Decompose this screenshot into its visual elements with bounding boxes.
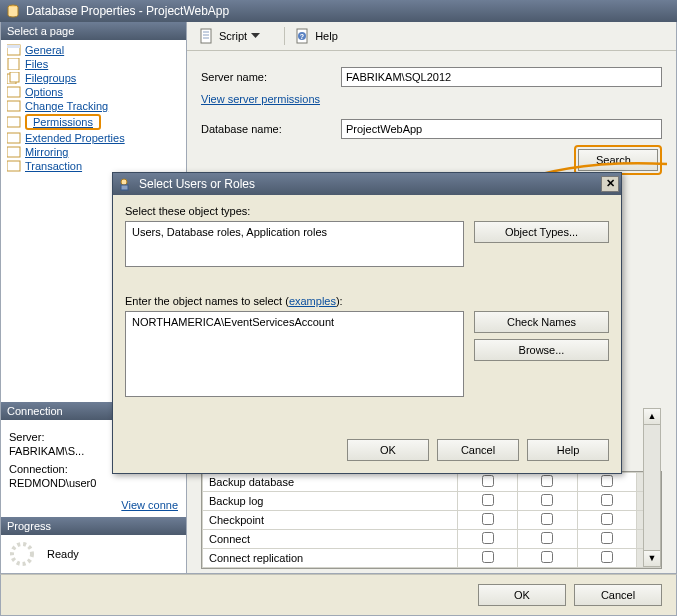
table-row[interactable]: Connect — [203, 530, 661, 549]
deny-checkbox[interactable] — [601, 532, 613, 544]
window-titlebar: Database Properties - ProjectWebApp — [0, 0, 677, 22]
dialog-help-button[interactable]: Help — [527, 439, 609, 461]
dialog-ok-button[interactable]: OK — [347, 439, 429, 461]
svg-text:?: ? — [300, 33, 304, 40]
svg-point-17 — [121, 179, 127, 185]
view-server-permissions-link[interactable]: View server permissions — [201, 93, 320, 105]
svg-rect-9 — [7, 133, 20, 143]
scrollbar-vertical[interactable]: ▲ ▼ — [643, 408, 661, 567]
table-row[interactable]: Checkpoint — [203, 511, 661, 530]
svg-rect-13 — [201, 29, 211, 43]
search-button-highlight: Search... — [574, 145, 662, 175]
db-name-input[interactable] — [341, 119, 662, 139]
nav-change-tracking[interactable]: Change Tracking — [1, 99, 186, 113]
server-name-label: Server name: — [201, 71, 341, 83]
withgrant-checkbox[interactable] — [541, 551, 553, 563]
nav-files[interactable]: Files — [1, 57, 186, 71]
svg-rect-2 — [7, 45, 20, 48]
object-types-label: Select these object types: — [125, 205, 609, 217]
permissions-table: Backup database Backup log Checkpoint Co… — [201, 471, 662, 569]
cancel-button[interactable]: Cancel — [574, 584, 662, 606]
object-types-button[interactable]: Object Types... — [474, 221, 609, 243]
view-connection-link[interactable]: View conne — [9, 499, 178, 511]
scroll-up-icon[interactable]: ▲ — [644, 409, 660, 425]
scroll-down-icon[interactable]: ▼ — [644, 550, 660, 566]
help-button[interactable]: ? Help — [291, 27, 342, 45]
svg-rect-8 — [7, 117, 20, 127]
table-row[interactable]: Backup database — [203, 473, 661, 492]
svg-rect-5 — [10, 72, 19, 82]
toolbar-separator — [284, 27, 285, 45]
svg-rect-11 — [7, 161, 20, 171]
object-types-box: Users, Database roles, Application roles — [125, 221, 464, 267]
nav-permissions[interactable]: Permissions — [1, 113, 186, 131]
grant-checkbox[interactable] — [482, 475, 494, 487]
progress-text: Ready — [47, 548, 79, 560]
svg-point-12 — [12, 544, 32, 564]
browse-button[interactable]: Browse... — [474, 339, 609, 361]
select-users-dialog: Select Users or Roles ✕ Select these obj… — [112, 172, 622, 474]
progress-header: Progress — [1, 517, 186, 535]
table-row[interactable]: Connect replication▼ — [203, 549, 661, 568]
dialog-cancel-button[interactable]: Cancel — [437, 439, 519, 461]
table-row[interactable]: Backup log — [203, 492, 661, 511]
dropdown-icon — [251, 33, 260, 39]
dialog-title: Select Users or Roles — [139, 177, 255, 191]
grant-checkbox[interactable] — [482, 532, 494, 544]
progress-body: Ready — [1, 535, 186, 573]
select-page-header: Select a page — [1, 22, 186, 40]
svg-rect-7 — [7, 101, 20, 111]
withgrant-checkbox[interactable] — [541, 475, 553, 487]
progress-ring-icon — [9, 541, 35, 567]
server-name-input[interactable] — [341, 67, 662, 87]
help-icon: ? — [295, 28, 311, 44]
window-button-bar: OK Cancel — [0, 574, 677, 616]
deny-checkbox[interactable] — [601, 513, 613, 525]
svg-rect-6 — [7, 87, 20, 97]
examples-link[interactable]: examples — [289, 295, 336, 307]
script-button[interactable]: Script — [195, 27, 268, 45]
search-button[interactable]: Search... — [578, 149, 658, 171]
script-icon — [199, 28, 215, 44]
nav-filegroups[interactable]: Filegroups — [1, 71, 186, 85]
object-names-label: Enter the object names to select (exampl… — [125, 295, 609, 307]
dialog-titlebar: Select Users or Roles ✕ — [113, 173, 621, 195]
nav-options[interactable]: Options — [1, 85, 186, 99]
svg-rect-18 — [121, 185, 128, 190]
ok-button[interactable]: OK — [478, 584, 566, 606]
page-nav: General Files Filegroups Options Change … — [1, 40, 186, 176]
nav-transaction[interactable]: Transaction — [1, 159, 186, 173]
deny-checkbox[interactable] — [601, 475, 613, 487]
connection-value: REDMOND\user0 — [9, 477, 178, 489]
deny-checkbox[interactable] — [601, 551, 613, 563]
object-names-input[interactable] — [125, 311, 464, 397]
toolbar: Script ? Help — [187, 22, 676, 51]
check-names-button[interactable]: Check Names — [474, 311, 609, 333]
nav-extended-properties[interactable]: Extended Properties — [1, 131, 186, 145]
dialog-icon — [119, 177, 133, 191]
grant-checkbox[interactable] — [482, 513, 494, 525]
grant-checkbox[interactable] — [482, 551, 494, 563]
db-name-label: Database name: — [201, 123, 341, 135]
svg-rect-10 — [7, 147, 20, 157]
svg-rect-3 — [8, 58, 19, 70]
withgrant-checkbox[interactable] — [541, 513, 553, 525]
database-icon — [6, 4, 20, 18]
close-button[interactable]: ✕ — [601, 176, 619, 192]
nav-general[interactable]: General — [1, 43, 186, 57]
nav-mirroring[interactable]: Mirroring — [1, 145, 186, 159]
deny-checkbox[interactable] — [601, 494, 613, 506]
withgrant-checkbox[interactable] — [541, 494, 553, 506]
grant-checkbox[interactable] — [482, 494, 494, 506]
withgrant-checkbox[interactable] — [541, 532, 553, 544]
window-title: Database Properties - ProjectWebApp — [26, 4, 229, 18]
